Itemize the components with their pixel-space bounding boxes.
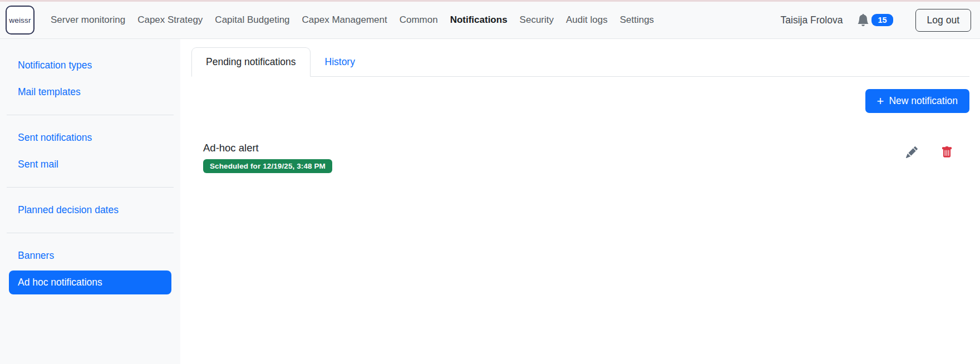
trash-icon	[941, 151, 953, 160]
notification-count-badge: 15	[871, 14, 893, 26]
sidebar-item-sent-mail[interactable]: Sent mail	[9, 153, 171, 176]
app-window: weissr Server monitoring Capex Strategy …	[0, 0, 980, 364]
notifications-bell[interactable]: 15	[857, 14, 893, 26]
nav-item-capital-budgeting[interactable]: Capital Budgeting	[209, 10, 296, 30]
tab-pending-notifications[interactable]: Pending notifications	[191, 47, 311, 77]
nav-item-capex-strategy[interactable]: Capex Strategy	[131, 10, 209, 30]
delete-notification-button[interactable]	[941, 146, 953, 158]
plus-icon: +	[877, 96, 884, 106]
sidebar-item-planned-decision-dates[interactable]: Planned decision dates	[9, 198, 171, 222]
nav-item-security[interactable]: Security	[514, 10, 560, 30]
logout-button[interactable]: Log out	[915, 9, 971, 32]
new-notification-button-label: New notification	[889, 95, 958, 107]
sidebar-item-banners[interactable]: Banners	[9, 244, 171, 268]
nav-item-server-monitoring[interactable]: Server monitoring	[45, 10, 131, 30]
scheduled-badge: Scheduled for 12/19/25, 3:48 PM	[203, 159, 332, 173]
main-nav: Server monitoring Capex Strategy Capital…	[45, 10, 660, 30]
sidebar-item-ad-hoc-notifications[interactable]: Ad hoc notifications	[9, 270, 171, 294]
navbar-right: Taisija Frolova 15 Log out	[781, 9, 971, 32]
pencil-icon	[906, 151, 918, 160]
pending-notification-row: Ad-hoc alert Scheduled for 12/19/25, 3:4…	[191, 142, 969, 173]
weissr-logo-text: weissr	[9, 16, 31, 24]
sidebar-item-mail-templates[interactable]: Mail templates	[9, 80, 171, 104]
notifications-tabbar: Pending notifications History	[191, 47, 969, 77]
notification-actions	[906, 142, 969, 158]
actions-row: + New notification	[191, 89, 969, 113]
user-name: Taisija Frolova	[781, 14, 843, 26]
notification-title: Ad-hoc alert	[203, 142, 906, 154]
notification-info: Ad-hoc alert Scheduled for 12/19/25, 3:4…	[191, 142, 906, 173]
content-area: Notification types Mail templates Sent n…	[0, 39, 980, 364]
sidebar-divider	[7, 233, 174, 233]
bell-icon	[857, 14, 869, 26]
sidebar-item-notification-types[interactable]: Notification types	[9, 53, 171, 77]
nav-item-common[interactable]: Common	[393, 10, 444, 30]
top-navbar: weissr Server monitoring Capex Strategy …	[0, 2, 980, 39]
sidebar-item-sent-notifications[interactable]: Sent notifications	[9, 126, 171, 150]
tab-history[interactable]: History	[311, 47, 370, 77]
nav-item-audit-logs[interactable]: Audit logs	[560, 10, 614, 30]
nav-item-notifications[interactable]: Notifications	[444, 10, 514, 30]
edit-notification-button[interactable]	[906, 146, 918, 158]
nav-item-capex-management[interactable]: Capex Management	[296, 10, 393, 30]
sidebar: Notification types Mail templates Sent n…	[0, 39, 180, 364]
new-notification-button[interactable]: + New notification	[865, 89, 969, 113]
sidebar-divider	[7, 115, 174, 115]
sidebar-divider	[7, 187, 174, 188]
main-panel: Pending notifications History + New noti…	[180, 39, 980, 364]
weissr-logo[interactable]: weissr	[6, 6, 35, 35]
nav-item-settings[interactable]: Settings	[614, 10, 660, 30]
